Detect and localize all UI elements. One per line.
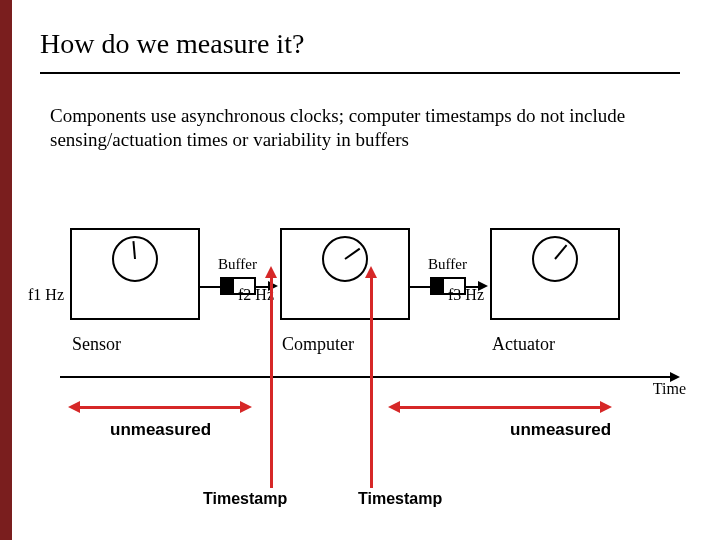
actuator-box: f3 Hz Actuator — [490, 228, 620, 320]
freq-label: f3 Hz — [448, 286, 484, 304]
freq-label: f1 Hz — [28, 286, 64, 304]
timestamp-label-out: Timestamp — [358, 490, 442, 508]
computer-box: f2 Hz Computer — [280, 228, 410, 320]
freq-label: f2 Hz — [238, 286, 274, 304]
slide-title: How do we measure it? — [40, 28, 680, 60]
time-axis-label: Time — [653, 380, 686, 398]
slide-body-text: Components use asynchronous clocks; comp… — [0, 74, 720, 152]
sensor-box: f1 Hz Sensor — [70, 228, 200, 320]
clock-icon — [322, 236, 368, 282]
unmeasured-arrow-left — [80, 406, 240, 409]
unmeasured-label-right: unmeasured — [510, 420, 611, 440]
clock-icon — [532, 236, 578, 282]
timestamp-label-in: Timestamp — [203, 490, 287, 508]
unmeasured-label-left: unmeasured — [110, 420, 211, 440]
arrow-up-icon — [365, 266, 377, 278]
buffer-label: Buffer — [218, 256, 257, 273]
buffer-label: Buffer — [428, 256, 467, 273]
block-label: Sensor — [72, 334, 121, 355]
clock-icon — [112, 236, 158, 282]
block-label: Computer — [282, 334, 354, 355]
arrow-up-icon — [265, 266, 277, 278]
title-area: How do we measure it? — [0, 0, 720, 66]
time-axis — [60, 376, 670, 378]
block-label: Actuator — [492, 334, 555, 355]
timestamp-line-out — [370, 278, 373, 488]
slide-accent-bar — [0, 0, 12, 540]
diagram: f1 Hz Sensor Buffer f2 Hz Computer Buffe… — [70, 228, 650, 428]
unmeasured-arrow-right — [400, 406, 600, 409]
timestamp-line-in — [270, 278, 273, 488]
